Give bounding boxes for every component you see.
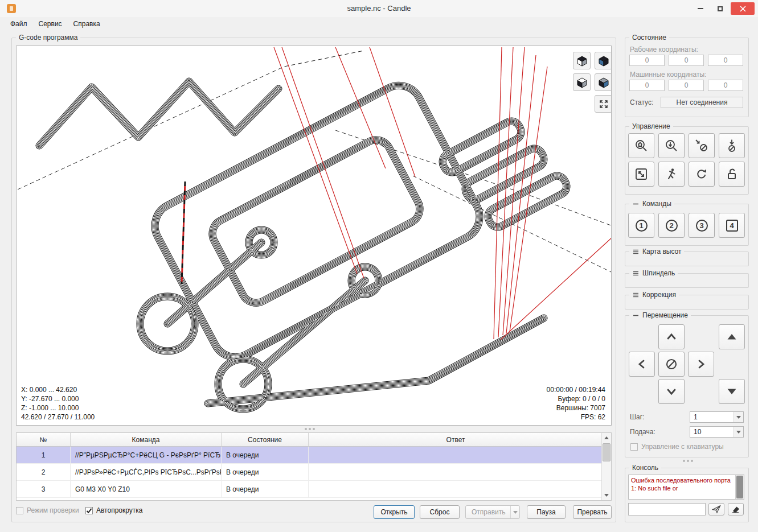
step-label: Шаг:: [630, 413, 644, 421]
step-value: 1: [694, 413, 698, 421]
cell-state: В очереди: [222, 481, 309, 497]
jog-panel: Перемещение Шаг: 1 Подача: 10 Управление…: [625, 311, 749, 457]
expand-icon: [632, 249, 640, 255]
maximize-button[interactable]: [711, 2, 728, 15]
home-button[interactable]: [628, 133, 654, 158]
command-3-button[interactable]: 3: [689, 213, 715, 238]
collapse-icon: [632, 312, 640, 319]
viewport-splitter-handle[interactable]: [305, 428, 315, 430]
command-1-button[interactable]: 1: [628, 213, 654, 238]
pause-button[interactable]: Пауза: [527, 505, 566, 519]
scroll-down-button[interactable]: [602, 490, 611, 500]
pause-button-label: Пауза: [536, 508, 555, 516]
cube-left-icon: [598, 77, 609, 88]
unlock-padlock-icon: [724, 167, 739, 182]
work-x-field: 0: [629, 55, 665, 66]
safe-position-button[interactable]: [658, 162, 685, 187]
view-top-button[interactable]: [573, 52, 591, 69]
z-down-button[interactable]: [719, 379, 745, 404]
send-dropdown-button[interactable]: [510, 506, 519, 518]
console-scrollbar[interactable]: [735, 475, 744, 499]
autoscroll-label: Автопрокрутка: [96, 506, 142, 514]
chevron-down-icon: [513, 511, 518, 514]
view-front-button[interactable]: [573, 73, 591, 91]
title-bar[interactable]: sample.nc - Candle: [0, 0, 758, 17]
console-input[interactable]: [628, 503, 706, 515]
console-panel: Консоль Ошибка последовательного порта 1…: [625, 463, 749, 522]
header-command[interactable]: Команда: [71, 433, 222, 446]
buffer-label: Буфер: 0 / 0 / 0: [547, 394, 605, 403]
zero-xy-icon: [694, 138, 709, 153]
step-combo[interactable]: 1: [690, 411, 744, 423]
expand-icon: [632, 292, 640, 298]
table-row[interactable]: 2 //РЈРsР»РёС+РµСЃС,РІРs РїСЂРѕС...РѕРґР…: [17, 464, 611, 481]
check-mode-checkbox[interactable]: Режим проверки: [16, 506, 79, 514]
overriding-header[interactable]: Коррекция: [629, 290, 679, 299]
chevron-down-icon: [664, 384, 679, 399]
jog-up-button[interactable]: [658, 324, 685, 349]
menu-service[interactable]: Сервис: [33, 18, 68, 30]
view-3d-button[interactable]: [595, 52, 612, 69]
z-up-button[interactable]: [719, 324, 745, 349]
soft-reset-button[interactable]: [689, 162, 715, 187]
keyboard-control-checkbox[interactable]: Управление с клавиатуры: [630, 443, 724, 451]
fit-view-button[interactable]: [595, 95, 612, 113]
console-clear-button[interactable]: [728, 503, 744, 515]
scrollbar-thumb[interactable]: [603, 443, 611, 461]
minimize-button[interactable]: [692, 2, 709, 15]
checkbox-icon: [630, 443, 638, 451]
jog-right-button[interactable]: [688, 352, 714, 377]
console-send-button[interactable]: [708, 503, 724, 515]
heightmap-header[interactable]: Карта высот: [629, 247, 684, 256]
autoscroll-checkbox[interactable]: Автопрокрутка: [85, 506, 142, 514]
combo-arrow: [734, 412, 743, 422]
toolpath-svg: [17, 46, 612, 425]
z-probe-button[interactable]: [658, 133, 685, 158]
chevron-right-icon: [694, 357, 708, 372]
send-button[interactable]: Отправить: [465, 505, 520, 519]
commands-header[interactable]: Команды: [629, 199, 674, 208]
heightmap-panel: Карта высот: [625, 247, 749, 266]
keyboard-control-label: Управление с клавиатуры: [641, 443, 724, 451]
jog-down-button[interactable]: [658, 379, 685, 404]
overriding-title: Коррекция: [642, 291, 676, 299]
expand-icon: [632, 270, 640, 277]
checkbox-checked-icon: [85, 507, 93, 514]
close-button[interactable]: [731, 2, 755, 15]
zero-z-button[interactable]: [719, 133, 745, 158]
scroll-up-button[interactable]: [602, 433, 611, 443]
jog-title: Перемещение: [642, 311, 688, 319]
feed-combo[interactable]: 10: [690, 426, 744, 438]
jog-left-button[interactable]: [629, 352, 655, 377]
panel-splitter-handle[interactable]: [683, 460, 693, 462]
jog-header[interactable]: Перемещение: [629, 311, 691, 320]
table-row[interactable]: 3 G0 M3 X0 Y0 Z10 В очереди: [17, 481, 611, 498]
command-4-button[interactable]: 4: [719, 213, 745, 238]
cell-command: G0 M3 X0 Y0 Z10: [71, 481, 222, 497]
menu-help[interactable]: Справка: [68, 18, 106, 30]
zero-xy-button[interactable]: [689, 133, 715, 158]
restore-origin-button[interactable]: [628, 162, 654, 187]
header-response[interactable]: Ответ: [309, 433, 603, 446]
command-2-button[interactable]: 2: [658, 213, 685, 238]
work-z-field: 0: [708, 55, 743, 66]
menu-file[interactable]: Файл: [5, 18, 33, 30]
home-search-icon: [634, 138, 649, 153]
spindle-header[interactable]: Шпиндель: [629, 269, 678, 278]
header-number[interactable]: №: [17, 433, 71, 446]
table-row[interactable]: 1 //Р"РµРSРµСЂР°С+РёСЦ G - РєРѕРґР° РїСЂ…: [17, 447, 611, 464]
window-title: sample.nc - Candle: [0, 4, 758, 13]
table-scrollbar[interactable]: [601, 433, 611, 500]
cube-top-icon: [576, 55, 588, 67]
eraser-icon: [731, 505, 740, 514]
jog-stop-button[interactable]: [658, 352, 685, 377]
gcode-viewport[interactable]: X: 0.000 ... 42.620 Y: -27.670 ... 0.000…: [16, 46, 612, 426]
unlock-button[interactable]: [719, 162, 745, 187]
reset-button[interactable]: Сброс: [420, 505, 460, 519]
command-2-label: 2: [666, 220, 678, 232]
open-button[interactable]: Открыть: [374, 505, 415, 519]
scrollbar-thumb[interactable]: [736, 476, 743, 498]
header-state[interactable]: Состояние: [222, 433, 309, 446]
view-left-button[interactable]: [595, 73, 612, 91]
abort-button[interactable]: Прервать: [573, 505, 612, 519]
